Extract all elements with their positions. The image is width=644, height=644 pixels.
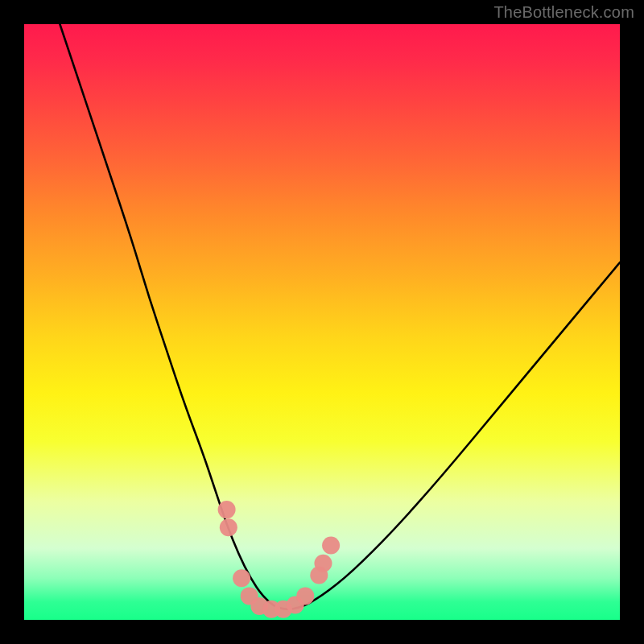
marker-dot xyxy=(220,518,237,536)
plot-area xyxy=(24,24,620,620)
curve-layer xyxy=(24,24,620,620)
marker-dot xyxy=(218,501,236,518)
watermark-text: TheBottleneck.com xyxy=(493,3,634,22)
marker-dot xyxy=(296,587,314,605)
marker-dot xyxy=(314,555,332,572)
marker-dot xyxy=(233,569,250,587)
marker-dot xyxy=(322,537,340,555)
main-curve-path xyxy=(60,24,620,609)
marker-cluster xyxy=(218,501,341,618)
chart-root: TheBottleneck.com xyxy=(0,0,644,644)
main-curve xyxy=(60,24,620,609)
